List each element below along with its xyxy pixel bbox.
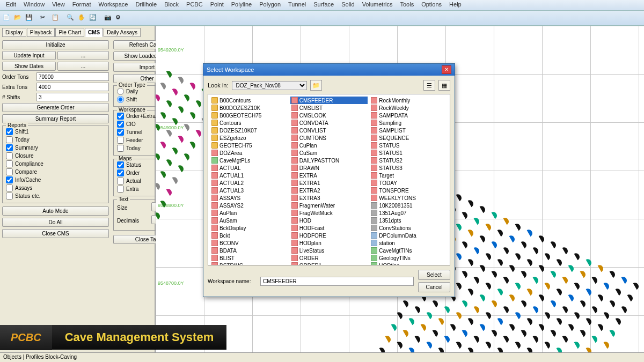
file-item[interactable]: EXTRA2 [290,187,368,194]
file-item[interactable]: ConvStations [370,224,448,232]
file-item[interactable]: GeologyTINs [370,254,448,262]
tool-rotate-icon[interactable]: 🔄 [89,13,98,23]
file-item[interactable]: GEOTECH75 [210,142,288,149]
file-item[interactable]: 1351Aug07 [370,209,448,217]
shifts-input[interactable] [36,93,109,101]
reports-list-summary-input[interactable] [6,144,13,151]
file-item[interactable]: BckDisplay [210,224,288,232]
file-list[interactable]: B00ContoursB00DOZESZ10KB00GEOTECH75Conto… [208,94,450,265]
menu-tools[interactable]: Tools [397,0,418,10]
tool-save-icon[interactable]: 💾 [25,13,34,23]
tool-pan-icon[interactable]: ✋ [77,13,87,23]
file-item[interactable]: ACTUAL1 [210,172,288,179]
file-item[interactable]: ASSAYS [210,194,288,202]
reports-list-item[interactable]: Shift1 [6,128,105,135]
file-item[interactable]: EXTRA1 [290,179,368,187]
file-item[interactable]: HODFcast [290,224,368,232]
tool-cut-icon[interactable]: ✂ [40,13,49,23]
workspace-list-feeder-input[interactable] [117,137,124,144]
reports-list-statusetc-input[interactable] [6,193,13,200]
reports-list-item[interactable]: Compliance [6,160,105,167]
file-item[interactable]: RockWeekly [370,104,448,112]
file-item[interactable]: DOZArea [210,149,288,157]
reports-list-item[interactable]: Info/Cache [6,176,105,183]
file-item[interactable]: 1351dpts [370,217,448,224]
ordertype-list-shift-input[interactable] [117,96,124,103]
reports-list-item[interactable]: Summary [6,144,105,151]
file-item[interactable]: ASSAYS2 [210,202,288,209]
reports-list-today-input[interactable] [6,136,13,143]
file-item[interactable]: BLIST [210,254,288,262]
file-item[interactable]: ACTUAL [210,164,288,172]
menu-help[interactable]: Help [445,0,465,10]
file-item[interactable]: CONVLIST [290,127,368,134]
tool-new-icon[interactable]: 📄 [2,13,12,23]
tab-daily-assays[interactable]: Daily Assays [104,28,141,37]
file-item[interactable]: TODAY [370,179,448,187]
lookin-select[interactable]: DOZ_Pack_Nov08 [232,81,307,90]
file-item[interactable]: ESZgetozo [210,134,288,142]
tab-playback[interactable]: Playback [27,28,55,37]
file-item[interactable]: EXTRA [290,172,368,179]
file-item[interactable]: AuSam [210,217,288,224]
file-item[interactable]: ORDER1 [290,262,368,265]
file-item[interactable]: STATUS1 [370,149,448,157]
file-item[interactable]: WEEKLYTONS [370,194,448,202]
file-item[interactable]: FragWetMuck [290,209,368,217]
file-item[interactable]: CUMTONS [290,134,368,142]
dialog-titlebar[interactable]: Select Workspace ✕ [203,64,455,76]
extra-tons-input[interactable] [36,83,109,91]
file-item[interactable]: HODFORE [290,232,368,239]
file-item[interactable]: CMSFEEDER [290,97,368,104]
reports-list-shift1-input[interactable] [6,128,13,135]
file-item[interactable]: Target [370,172,448,179]
file-item[interactable]: BSTRING [210,262,288,265]
file-item[interactable]: CuSam [290,149,368,157]
up-folder-icon[interactable]: 📁 [310,80,322,91]
file-item[interactable]: STATUS3 [370,164,448,172]
tab-pie-chart[interactable]: Pie Chart [55,28,84,37]
ordertype-list-daily-input[interactable] [117,88,124,95]
file-item[interactable]: SEQUENCE [370,134,448,142]
view-list-icon[interactable]: ☰ [423,80,435,91]
file-item[interactable]: CMSLIST [290,104,368,112]
file-item[interactable]: DAILYPASTTON [290,157,368,164]
initialize-button[interactable]: Initialize [2,40,109,49]
workspace-list-cio-input[interactable] [117,121,124,128]
file-item[interactable]: CaveMgtPLs [210,157,288,164]
file-item[interactable]: TONSFORE [370,187,448,194]
workspace-list-today-input[interactable] [117,145,124,152]
show-dates-more-button[interactable]: ... [57,62,109,71]
menu-polyline[interactable]: Polyline [228,0,256,10]
file-item[interactable]: DPColumnData [370,232,448,239]
menu-drillhole[interactable]: Drillhole [131,0,160,10]
menu-edit[interactable]: Edit [2,0,20,10]
reports-list-compare-input[interactable] [6,168,13,175]
maps-list-order-input[interactable] [117,169,124,176]
menu-polygon[interactable]: Polygon [255,0,284,10]
auto-mode-button[interactable]: Auto Mode [2,206,109,216]
update-input-button[interactable]: Update Input [2,51,56,60]
tool-copy-icon[interactable]: 📋 [51,13,61,23]
file-item[interactable]: SAMPDATA [370,112,448,119]
generate-order-button[interactable]: Generate Order [2,103,109,112]
menu-pcbc[interactable]: PCBC [182,0,207,10]
tool-settings-icon[interactable]: ⚙ [115,13,125,23]
reports-list-item[interactable]: Assays [6,184,105,191]
tool-camera-icon[interactable]: 📷 [104,13,113,23]
file-item[interactable]: CaveMgtTINs [370,247,448,254]
tab-display[interactable]: Display [2,28,26,37]
maps-list-extra-input[interactable] [117,186,124,193]
view-grid-icon[interactable]: ▦ [438,80,450,91]
show-dates-button[interactable]: Show Dates [2,62,56,71]
cancel-button[interactable]: Cancel [418,282,450,292]
file-item[interactable]: ACTUAL2 [210,179,288,187]
file-item[interactable]: ACTUAL3 [210,187,288,194]
tab-cms[interactable]: CMS [85,28,103,37]
workspace-list-tunnel-input[interactable] [117,129,124,136]
reports-list-infocache-input[interactable] [6,176,13,183]
menu-volumetrics[interactable]: Volumetrics [358,0,397,10]
file-item[interactable]: DOZESZ10K07 [210,127,288,134]
file-item[interactable]: CuPlan [290,142,368,149]
file-item[interactable]: STATUS2 [370,157,448,164]
